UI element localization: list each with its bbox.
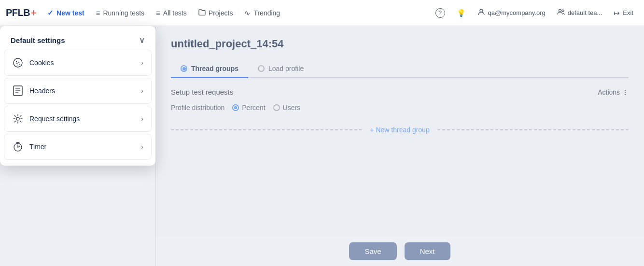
- bulb-icon: 💡: [457, 9, 466, 17]
- radio-percent-label: Percent: [242, 104, 265, 112]
- cookies-label: Cookies: [29, 59, 54, 67]
- radio-users-label: Users: [283, 104, 301, 112]
- request-settings-icon: [12, 113, 24, 125]
- nav-right: ? 💡 qa@mycompany.org: [431, 5, 638, 21]
- save-button[interactable]: Save: [349, 242, 396, 260]
- project-title: untitled_project_14:54: [171, 38, 629, 50]
- dropdown-item-timer[interactable]: Timer ›: [4, 134, 152, 160]
- timer-icon: [12, 141, 24, 153]
- chevron-right-headers: ›: [141, 87, 143, 95]
- dropdown-item-cookies-left: Cookies: [12, 57, 54, 69]
- chevron-right-timer: ›: [141, 143, 143, 151]
- dashed-line-left: [171, 129, 362, 130]
- dropdown-item-timer-left: Timer: [12, 141, 46, 153]
- svg-point-12: [16, 117, 19, 120]
- dropdown-header[interactable]: Default settings ∨: [4, 30, 152, 50]
- main-layout: Import data › Parameters › Default setti…: [0, 26, 644, 266]
- nav-exit-label: Exit: [623, 9, 633, 16]
- setup-header: Setup test requests Actions ⋮: [171, 88, 629, 96]
- nav-team-label: default tea...: [568, 9, 602, 16]
- headers-label: Headers: [29, 87, 55, 95]
- tab-radio-load-profile: [258, 65, 265, 72]
- radio-dot-percent: [232, 104, 239, 111]
- dropdown-item-headers-left: Headers: [12, 85, 55, 97]
- user-icon: [477, 8, 485, 17]
- content-area: untitled_project_14:54 Thread groups Loa…: [155, 26, 644, 266]
- nav-help[interactable]: ?: [431, 5, 450, 21]
- nav-projects-label: Projects: [209, 9, 233, 17]
- svg-point-7: [19, 64, 20, 65]
- nav-all-tests[interactable]: ≡ All tests: [151, 6, 192, 20]
- logo-plus: +: [30, 8, 37, 18]
- folder-icon: [198, 9, 206, 17]
- help-icon: ?: [435, 8, 445, 18]
- svg-point-4: [16, 61, 17, 62]
- timer-label: Timer: [29, 143, 46, 151]
- new-thread-group-label: + New thread group: [370, 126, 429, 134]
- radio-percent[interactable]: Percent: [232, 104, 265, 112]
- profile-dist-label: Profile distribution: [171, 104, 224, 112]
- tab-thread-groups[interactable]: Thread groups: [171, 60, 248, 77]
- chevron-right-request-settings: ›: [141, 115, 143, 123]
- dropdown-title: Default settings: [11, 36, 65, 44]
- nav-projects[interactable]: Projects: [194, 6, 238, 20]
- svg-point-1: [559, 10, 561, 12]
- list-icon-1: ≡: [96, 9, 100, 17]
- nav-running-tests-label: Running tests: [103, 9, 144, 17]
- bottom-bar: Save Next: [155, 237, 644, 266]
- nav-trending-label: Trending: [253, 9, 280, 17]
- nav-bulb[interactable]: 💡: [452, 6, 471, 20]
- top-navigation: PFLB + ✓ New test ≡ Running tests ≡ All …: [0, 0, 644, 26]
- dropdown-item-headers[interactable]: Headers ›: [4, 78, 152, 104]
- svg-point-0: [480, 9, 483, 12]
- nav-user-label: qa@mycompany.org: [488, 9, 546, 16]
- check-icon: ✓: [47, 9, 54, 17]
- nav-team[interactable]: default tea...: [552, 5, 607, 20]
- trending-icon: ∿: [244, 9, 251, 17]
- tab-load-profile[interactable]: Load profile: [248, 60, 313, 77]
- nav-trending[interactable]: ∿ Trending: [239, 6, 285, 20]
- sidebar: Import data › Parameters › Default setti…: [0, 26, 155, 266]
- nav-exit[interactable]: ↦ Exit: [609, 6, 638, 20]
- team-icon: [557, 8, 565, 17]
- dropdown-item-cookies[interactable]: Cookies ›: [4, 50, 152, 76]
- svg-point-2: [562, 10, 564, 12]
- nav-new-test[interactable]: ✓ New test: [42, 6, 89, 20]
- profile-distribution: Profile distribution Percent Users: [171, 104, 629, 112]
- default-settings-dropdown: Default settings ∨: [0, 26, 155, 166]
- dropdown-item-request-settings[interactable]: Request settings ›: [4, 106, 152, 132]
- cookies-icon: [12, 57, 24, 69]
- tab-radio-thread-groups: [181, 65, 187, 72]
- tab-thread-groups-label: Thread groups: [191, 65, 238, 72]
- exit-icon: ↦: [614, 9, 620, 17]
- radio-empty-users: [273, 104, 280, 111]
- list-icon-2: ≡: [156, 9, 160, 17]
- logo-text: PFLB: [6, 7, 30, 18]
- setup-title: Setup test requests: [171, 88, 233, 96]
- dropdown-chevron-icon: ∨: [139, 36, 145, 45]
- nav-user[interactable]: qa@mycompany.org: [473, 5, 550, 20]
- logo: PFLB +: [6, 7, 37, 18]
- actions-button[interactable]: Actions ⋮: [598, 88, 629, 96]
- dropdown-item-request-left: Request settings: [12, 113, 80, 125]
- dropdown-items-list: Cookies › Hea: [4, 50, 152, 160]
- nav-running-tests[interactable]: ≡ Running tests: [91, 6, 149, 20]
- new-thread-row: + New thread group: [171, 123, 629, 137]
- next-button[interactable]: Next: [405, 242, 450, 260]
- svg-point-5: [18, 62, 19, 63]
- tab-load-profile-label: Load profile: [268, 65, 304, 72]
- new-thread-group-button[interactable]: + New thread group: [362, 123, 437, 137]
- tabs-row: Thread groups Load profile: [171, 60, 629, 78]
- headers-icon: [12, 85, 24, 97]
- chevron-right-cookies: ›: [141, 59, 143, 67]
- radio-users[interactable]: Users: [273, 104, 301, 112]
- dashed-line-right: [437, 129, 629, 130]
- request-settings-label: Request settings: [29, 115, 80, 123]
- nav-all-tests-label: All tests: [163, 9, 187, 17]
- nav-new-test-label: New test: [56, 9, 84, 17]
